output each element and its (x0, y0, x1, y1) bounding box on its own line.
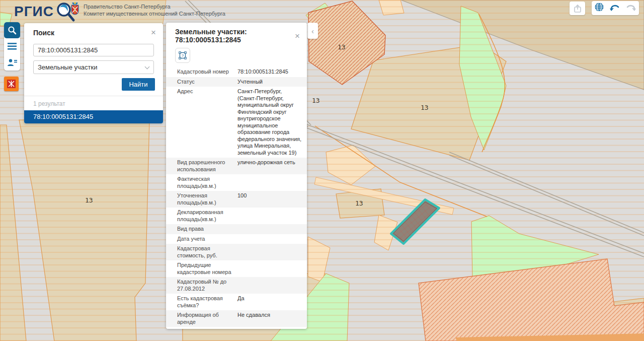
find-button[interactable]: Найти (122, 78, 155, 91)
undo-icon (609, 3, 620, 12)
info-row-label: Есть кадастровая съёмка? (177, 295, 237, 309)
info-table-row: Информация об арендеНе сдавался (166, 310, 307, 327)
info-toolbar: ? (166, 47, 307, 67)
info-row-label: Уточненная площадь(кв.м.) (177, 192, 237, 206)
search-tool-button[interactable] (4, 22, 20, 38)
info-row-value (237, 236, 302, 243)
parcel-label: 13 (355, 199, 363, 207)
info-row-label: Кадастровая стоимость, руб. (177, 245, 237, 259)
parcel-info-panel: Земельные участки: 78:10:0005131:2845 × … (166, 23, 307, 329)
app-window: 13 13 13 13 13 РГИС Правительство Санкт-… (0, 0, 644, 341)
logo-text: РГИС (14, 4, 54, 20)
info-table-row: Дата учета (166, 234, 307, 244)
left-toolbar (4, 22, 20, 71)
org-line1: Правительство Санкт-Петербурга (84, 3, 225, 10)
close-icon[interactable]: × (149, 28, 158, 37)
info-row-value (237, 245, 302, 259)
results-count: 1 результат (24, 96, 163, 110)
info-table-row: Уточненная площадь(кв.м.)100 (166, 191, 307, 208)
map-nav-button-group (592, 1, 639, 15)
info-table-row: Декларированная площадь(кв.м.) (166, 208, 307, 224)
identify-on-map-button[interactable]: ? (175, 48, 190, 63)
export-icon (573, 4, 582, 13)
map-legend-button[interactable] (4, 77, 19, 91)
info-row-label: Предыдущие кадастровые номера (177, 262, 237, 276)
info-table-row: АдресСанкт-Петербург, (Санкт-Петербург, … (166, 87, 307, 158)
globe-icon (594, 2, 604, 12)
info-row-value: Не сдавался (237, 312, 302, 325)
layer-select-value: Земельные участки (38, 63, 97, 71)
panel-collapse-button[interactable]: ‹ (307, 23, 318, 39)
export-button[interactable] (570, 2, 585, 15)
info-table-row: Кадастровый № до 27.08.2012 (166, 277, 307, 294)
app-logo[interactable]: РГИС (14, 1, 76, 22)
svg-text:?: ? (182, 53, 184, 58)
layer-select[interactable]: Земельные участки (33, 60, 154, 74)
parcel-label: 13 (421, 104, 429, 111)
info-row-label: Адрес (177, 88, 237, 156)
redo-button[interactable] (625, 3, 636, 14)
search-input[interactable] (33, 44, 154, 56)
info-row-label: Вид права (177, 226, 237, 233)
redo-icon (625, 3, 636, 12)
info-row-label: Кадастровый номер (177, 69, 237, 76)
info-table-row: Фактическая площадь(кв.м.) (166, 174, 307, 191)
info-row-value: Санкт-Петербург, (Санкт-Петербург, муниц… (237, 88, 302, 156)
user-requests-button[interactable] (4, 54, 20, 71)
identify-area-icon: ? (178, 51, 187, 60)
info-row-value: 100 (237, 192, 302, 206)
spb-arms-small-icon (7, 80, 16, 88)
search-results: 78:10:0005131:2845 (24, 110, 163, 123)
info-table-row: Предыдущие кадастровые номера (166, 260, 307, 277)
undo-button[interactable] (609, 3, 620, 14)
info-row-value: Да (237, 295, 302, 309)
parcel-label: 13 (85, 196, 93, 204)
chevron-down-icon (145, 64, 150, 70)
parcel-label: 13 (338, 43, 346, 51)
info-row-label: Вид разрешенного использования (177, 159, 237, 173)
org-line2: Комитет имущественных отношений Санкт-Пе… (84, 10, 225, 17)
search-panel-header: Поиск × (24, 23, 163, 40)
search-result-item[interactable]: 78:10:0005131:2845 (24, 110, 163, 123)
info-table-row: Кадастровый номер78:10:0005131:2845 (166, 67, 307, 77)
language-globe-button[interactable] (594, 2, 604, 14)
info-panel-header: Земельные участки: 78:10:0005131:2845 × (166, 23, 307, 47)
info-table-row: Есть кадастровая съёмка?Да (166, 294, 307, 310)
info-row-value: улично-дорожная сеть (237, 159, 302, 173)
info-row-value: Учтенный (237, 79, 302, 86)
org-title: Правительство Санкт-Петербурга Комитет и… (84, 3, 225, 17)
person-list-icon (7, 58, 17, 66)
info-row-label: Информация об аренде (177, 312, 237, 325)
info-row-value (237, 262, 302, 276)
info-row-value: 78:10:0005131:2845 (237, 69, 302, 76)
info-table-row: Кадастровая стоимость, руб. (166, 244, 307, 260)
info-row-label: Фактическая площадь(кв.м.) (177, 176, 237, 189)
chevron-left-icon: ‹ (311, 27, 314, 35)
search-panel-title: Поиск (33, 29, 149, 37)
info-row-label: Статус (177, 79, 237, 86)
parcel-label: 13 (312, 97, 320, 104)
info-row-value (237, 209, 302, 223)
info-row-value (237, 279, 302, 292)
search-panel: Поиск × Земельные участки Найти 1 резуль… (24, 23, 163, 123)
info-table-row: Вид разрешенного использованияулично-дор… (166, 158, 307, 174)
search-icon (8, 26, 17, 35)
info-row-label: Дата учета (177, 236, 237, 243)
info-row-label: Кадастровый № до 27.08.2012 (177, 279, 237, 292)
info-panel-title: Земельные участки: 78:10:0005131:2845 (175, 28, 293, 44)
info-row-value (237, 176, 302, 189)
layers-menu-button[interactable] (4, 38, 20, 54)
close-icon[interactable]: × (293, 32, 302, 40)
info-row-value (237, 226, 302, 233)
info-table-row: СтатусУчтенный (166, 77, 307, 87)
search-form: Земельные участки Найти (24, 40, 163, 91)
info-table: Кадастровый номер78:10:0005131:2845Стату… (166, 67, 307, 329)
hamburger-menu-icon (8, 43, 17, 50)
info-row-label: Декларированная площадь(кв.м.) (177, 209, 237, 223)
spb-coat-of-arms-icon (70, 2, 80, 17)
info-table-row: Вид права (166, 224, 307, 234)
